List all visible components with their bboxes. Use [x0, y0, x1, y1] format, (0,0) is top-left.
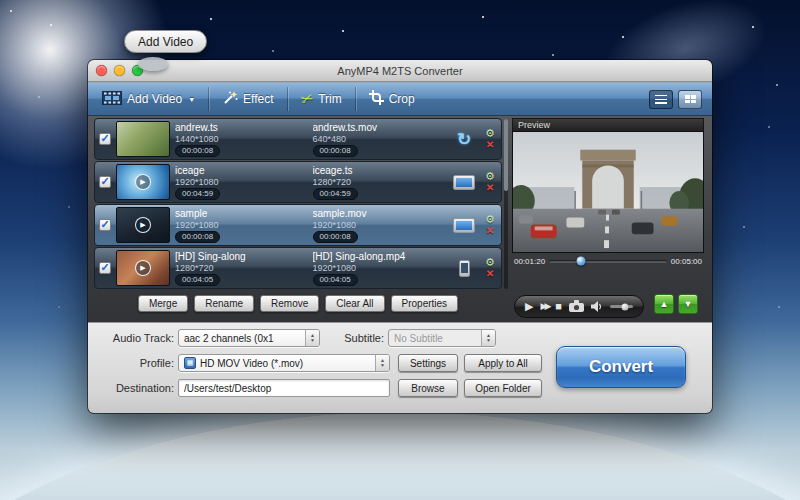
file-row[interactable]: ✓ ▶ iceage 1920*1080 00:04:59 iceage.ts …: [94, 161, 502, 203]
source-duration: 00:00:08: [175, 231, 220, 243]
file-row[interactable]: ✓ andrew.ts 1440*1080 00:00:08 andrew.ts…: [94, 118, 502, 160]
volume-slider[interactable]: [610, 305, 633, 308]
profile-select[interactable]: ▦ HD MOV Video (*.mov) ▲▼: [178, 354, 390, 372]
subtitle-select[interactable]: No Subtitle ▲▼: [388, 329, 496, 347]
crop-label: Crop: [389, 92, 415, 106]
row-remove-icon[interactable]: ✕: [486, 140, 494, 150]
add-video-tooltip: Add Video: [124, 30, 207, 53]
effect-button[interactable]: Effect: [218, 87, 277, 112]
output-resolution: 1280*720: [313, 177, 446, 187]
trim-button[interactable]: ✂ Trim: [297, 87, 346, 111]
fast-forward-icon[interactable]: ▶▶: [540, 301, 548, 312]
remove-button[interactable]: Remove: [260, 295, 319, 312]
toolbar-divider: [355, 87, 356, 111]
output-info: [HD] Sing-along.mp4 1920*1080 00:04:05: [313, 251, 446, 286]
list-view-button[interactable]: [649, 90, 673, 109]
row-checkbox[interactable]: ✓: [99, 219, 111, 231]
source-info: iceage 1920*1080 00:04:59: [175, 165, 308, 200]
source-name: [HD] Sing-along: [175, 251, 308, 262]
elapsed-time: 00:01:20: [514, 257, 545, 266]
properties-button[interactable]: Properties: [391, 295, 459, 312]
file-row-selected[interactable]: ✓ ▶ sample 1920*1080 00:00:08 sample.mov…: [94, 204, 502, 246]
settings-button[interactable]: Settings: [398, 354, 458, 372]
play-overlay-icon[interactable]: ▶: [135, 174, 151, 190]
preview-title: Preview: [512, 118, 704, 131]
source-duration: 00:04:05: [175, 274, 220, 286]
tooltip-pointer-blob: [138, 57, 168, 71]
title-bar: AnyMP4 M2TS Converter: [88, 60, 712, 82]
audio-track-select[interactable]: aac 2 channels (0x1 ▲▼: [178, 329, 320, 347]
row-checkbox[interactable]: ✓: [99, 262, 111, 274]
volume-knob[interactable]: [621, 303, 628, 310]
apply-to-all-button[interactable]: Apply to All: [464, 354, 542, 372]
video-thumbnail: ▶: [116, 164, 170, 200]
play-overlay-icon[interactable]: ▶: [135, 260, 151, 276]
convert-button[interactable]: Convert: [556, 346, 686, 388]
source-info: sample 1920*1080 00:00:08: [175, 208, 308, 243]
scrollbar-thumb[interactable]: [504, 119, 508, 191]
stop-icon[interactable]: ■: [555, 301, 562, 312]
browse-button[interactable]: Browse: [398, 379, 458, 397]
row-checkbox[interactable]: ✓: [99, 133, 111, 145]
row-remove-icon[interactable]: ✕: [486, 269, 494, 279]
source-info: [HD] Sing-along 1280*720 00:04:05: [175, 251, 308, 286]
chevron-down-icon: ▼: [188, 96, 195, 103]
file-row[interactable]: ✓ ▶ [HD] Sing-along 1280*720 00:04:05 [H…: [94, 247, 502, 289]
move-down-button[interactable]: ▼: [678, 294, 698, 314]
clear-all-button[interactable]: Clear All: [325, 295, 384, 312]
output-duration: 00:04:05: [313, 274, 358, 286]
effect-label: Effect: [243, 92, 273, 106]
output-name: iceage.ts: [313, 165, 446, 176]
seek-slider[interactable]: [549, 260, 667, 263]
output-resolution: 640*480: [313, 134, 446, 144]
output-name: andrew.ts.mov: [313, 122, 446, 133]
row-checkbox[interactable]: ✓: [99, 176, 111, 188]
crop-button[interactable]: Crop: [365, 87, 419, 111]
play-button-icon[interactable]: ▶: [525, 301, 533, 312]
destination-input[interactable]: [178, 379, 390, 397]
video-thumbnail: [116, 121, 170, 157]
rename-button[interactable]: Rename: [194, 295, 254, 312]
video-thumbnail: ▶: [116, 250, 170, 286]
output-resolution: 1920*1080: [313, 220, 446, 230]
add-video-button[interactable]: Add Video ▼: [98, 88, 199, 111]
row-settings-icon[interactable]: ⚙: [485, 171, 495, 182]
main-content: ✓ andrew.ts 1440*1080 00:00:08 andrew.ts…: [88, 116, 712, 322]
row-remove-icon[interactable]: ✕: [486, 183, 494, 193]
row-settings-icon[interactable]: ⚙: [485, 214, 495, 225]
list-scrollbar[interactable]: [504, 119, 508, 289]
film-strip-icon: [102, 91, 122, 108]
play-overlay-icon[interactable]: ▶: [135, 217, 151, 233]
row-settings-icon[interactable]: ⚙: [485, 257, 495, 268]
source-name: andrew.ts: [175, 122, 308, 133]
add-video-tooltip-label: Add Video: [138, 35, 193, 49]
row-remove-icon[interactable]: ✕: [486, 226, 494, 236]
open-folder-button[interactable]: Open Folder: [464, 379, 542, 397]
snapshot-camera-icon[interactable]: [569, 298, 584, 316]
add-video-label: Add Video: [127, 92, 182, 106]
output-name: [HD] Sing-along.mp4: [313, 251, 446, 262]
total-time: 00:05:00: [671, 257, 702, 266]
planet-horizon: [0, 412, 800, 500]
playback-controls: ▶ ▶▶ ■: [514, 295, 644, 318]
list-action-bar: Merge Rename Remove Clear All Properties: [94, 295, 502, 312]
grid-view-button[interactable]: [678, 90, 702, 109]
preview-video[interactable]: [512, 131, 704, 253]
merge-button[interactable]: Merge: [138, 295, 188, 312]
speaker-icon[interactable]: [591, 298, 603, 316]
row-settings-icon[interactable]: ⚙: [485, 128, 495, 139]
output-duration: 00:04:59: [313, 188, 358, 200]
source-duration: 00:00:08: [175, 145, 220, 157]
scissors-icon: ✂: [298, 88, 316, 109]
seek-bar: 00:01:20 00:05:00: [512, 253, 704, 269]
move-up-button[interactable]: ▲: [654, 294, 674, 314]
preview-panel: Preview: [512, 118, 704, 269]
output-info: sample.mov 1920*1080 00:00:08: [313, 208, 446, 243]
source-resolution: 1280*720: [175, 263, 308, 273]
source-resolution: 1920*1080: [175, 177, 308, 187]
stepper-arrows-icon: ▲▼: [481, 330, 495, 346]
output-phone-icon: [459, 260, 470, 277]
seek-knob[interactable]: [576, 257, 585, 266]
output-device-icon: [453, 218, 475, 233]
output-info: andrew.ts.mov 640*480 00:00:08: [313, 122, 446, 157]
